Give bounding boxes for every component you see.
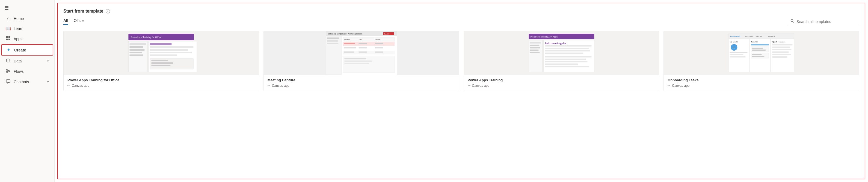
svg-rect-56 [359,51,367,53]
card-thumbnail-1: PowerApps Training for Office [64,31,259,75]
svg-rect-48 [359,43,367,44]
svg-text:My profile: My profile [730,41,739,43]
svg-rect-101 [752,48,763,49]
card-thumbnail-4: Get Onboard My profile Todo list Contact… [664,31,859,75]
svg-rect-68 [530,47,540,48]
sidebar-item-apps[interactable]: Apps [1,34,53,44]
svg-rect-20 [129,52,142,53]
svg-rect-37 [326,36,341,75]
sidebar-item-home[interactable]: ⌂ Home [1,14,53,23]
home-icon: ⌂ [5,16,11,21]
flows-icon [5,69,11,74]
svg-rect-78 [545,58,586,60]
svg-rect-80 [545,63,578,65]
svg-rect-25 [150,49,188,51]
svg-rect-23 [150,43,172,45]
svg-rect-61 [344,63,369,64]
svg-rect-19 [129,49,145,51]
search-icon [790,19,794,24]
search-input[interactable] [797,20,851,24]
svg-point-11 [791,20,793,22]
svg-text:Sessions: Sessions [344,38,350,41]
data-icon [5,58,11,64]
pencil-icon: ✏ [468,84,470,87]
svg-text:Quick resources: Quick resources [772,41,785,43]
card-type-label-4: Canvas app [672,84,689,87]
svg-rect-112 [772,56,787,58]
card-title-2: Meeting Capture [268,78,455,82]
card-power-apps-training-office[interactable]: PowerApps Training for Office [63,31,259,91]
svg-point-4 [6,59,10,60]
sidebar-item-label: Data [14,59,22,63]
svg-rect-107 [772,44,793,46]
svg-rect-52 [359,47,367,48]
pencil-icon: ✏ [67,84,70,87]
svg-line-8 [8,70,8,71]
card-info-2: Meeting Capture ✏ Canvas app [264,75,459,91]
svg-rect-70 [530,52,539,53]
tab-office[interactable]: Office [74,18,84,25]
svg-text:Publish a sample app - working: Publish a sample app - working session [328,32,362,35]
sidebar-item-label: Home [14,17,24,21]
svg-rect-16 [128,41,148,72]
sidebar-item-create[interactable]: + Create [1,44,53,56]
svg-rect-3 [8,38,10,40]
svg-rect-49 [375,43,383,44]
card-type-1: ✏ Canvas app [67,84,255,87]
svg-text:Owner: Owner [375,38,380,41]
sidebar-item-learn[interactable]: 📖 Learn [1,24,53,33]
svg-rect-1 [8,36,10,38]
svg-rect-31 [151,65,170,66]
svg-rect-51 [344,47,356,48]
svg-rect-18 [129,46,143,48]
svg-point-6 [9,70,10,72]
svg-rect-74 [545,48,589,49]
pencil-icon: ✏ [668,84,670,87]
svg-text:PowerApps Training for Office: PowerApps Training for Office [130,36,161,38]
svg-rect-75 [545,50,590,51]
card-onboarding-tasks[interactable]: Get Onboard My profile Todo list Contact… [663,31,859,91]
svg-rect-17 [129,43,146,45]
svg-rect-96 [730,54,743,55]
sidebar-item-label: Apps [14,37,22,41]
card-type-4: ✏ Canvas app [668,84,855,87]
card-title-1: Power Apps Training for Office [67,78,255,82]
card-info-4: Onboarding Tasks ✏ Canvas app [664,75,859,91]
search-box[interactable] [788,18,859,25]
svg-line-12 [793,22,794,23]
svg-rect-76 [545,53,583,54]
sidebar-item-data[interactable]: Data ▾ [1,56,53,66]
svg-point-5 [6,69,8,71]
svg-rect-30 [151,62,173,64]
svg-rect-81 [545,66,589,67]
svg-rect-110 [772,51,789,53]
svg-rect-103 [751,53,769,58]
svg-rect-95 [730,52,748,53]
sidebar-item-label: Flows [14,69,24,74]
section-title-text: Start from template [63,9,103,14]
svg-rect-47 [344,43,355,44]
sidebar-item-flows[interactable]: Flows [1,67,53,76]
svg-text:Date: Date [359,38,362,41]
hamburger-icon: ☰ [4,5,9,11]
info-icon[interactable]: i [106,9,110,14]
sidebar-item-chatbots[interactable]: Chatbots ▾ [1,77,53,87]
template-section: Start from template i All Office [57,3,865,179]
tab-all[interactable]: All [63,18,68,25]
hamburger-menu[interactable]: ☰ [0,2,54,14]
svg-rect-38 [327,37,339,39]
card-meeting-capture[interactable]: Publish a sample app - working session P… [264,31,459,91]
create-icon: + [6,47,11,53]
svg-text:Publish: Publish [384,33,389,35]
card-info-1: Power Apps Training for Office ✏ Canvas … [64,75,259,91]
svg-rect-55 [344,51,354,53]
svg-point-7 [6,72,8,73]
svg-rect-10 [6,80,10,82]
svg-rect-102 [752,50,766,51]
card-power-apps-training[interactable]: PowerApps Training (PA Apps) Build reusa… [464,31,659,91]
svg-rect-2 [6,38,8,40]
svg-rect-100 [751,47,769,52]
svg-rect-104 [752,54,762,55]
svg-rect-29 [151,60,168,61]
svg-rect-39 [327,40,338,42]
